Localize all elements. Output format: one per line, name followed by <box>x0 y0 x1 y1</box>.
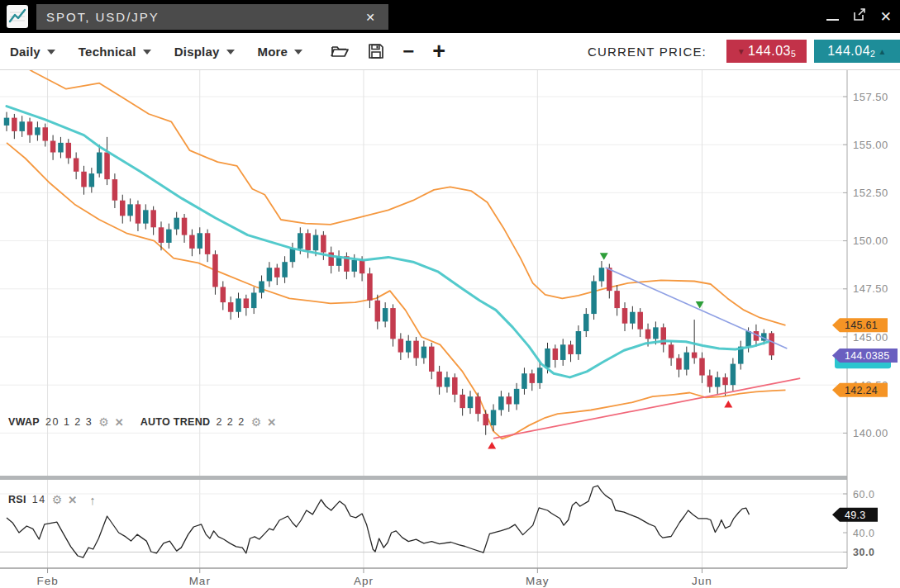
candle <box>251 292 257 308</box>
candle <box>530 373 536 383</box>
candle <box>537 368 543 383</box>
candle <box>475 396 481 414</box>
candle <box>189 235 195 249</box>
vwap-badge-text: 144.0385 <box>845 350 890 362</box>
candle <box>653 327 659 339</box>
candle <box>445 377 450 387</box>
bollinger-lower-line <box>7 143 786 439</box>
candle <box>583 314 589 331</box>
candle <box>282 262 288 277</box>
vwap-params: 20 1 2 3 <box>45 416 93 428</box>
candle <box>290 249 296 262</box>
candle <box>244 298 250 308</box>
timeframe-dropdown[interactable]: Daily <box>10 45 55 59</box>
candle <box>545 349 550 368</box>
candle <box>553 349 559 360</box>
candle <box>614 291 620 308</box>
candle <box>259 281 264 292</box>
candle <box>305 233 311 250</box>
buy-marker-icon <box>488 442 496 449</box>
candle <box>684 353 690 370</box>
candle <box>429 347 435 372</box>
y-axis-label: 140.00 <box>853 427 888 439</box>
candle <box>143 210 149 223</box>
window-close-icon[interactable]: ✕ <box>880 8 892 26</box>
technical-dropdown[interactable]: Technical <box>79 45 151 59</box>
candle <box>127 204 133 216</box>
chevron-down-icon <box>47 50 55 55</box>
candle <box>375 301 381 322</box>
candle <box>58 143 64 153</box>
candle <box>112 179 118 201</box>
pane-divider[interactable] <box>0 476 847 480</box>
y-axis-label: 145.00 <box>853 331 888 344</box>
rsi-remove-icon[interactable]: ✕ <box>68 494 77 506</box>
auto-trend-remove-icon[interactable]: ✕ <box>267 416 276 429</box>
sell-marker-icon <box>696 301 704 309</box>
toolbar: Daily Technical Display More − + CURRENT… <box>0 33 900 70</box>
display-dropdown[interactable]: Display <box>174 45 235 59</box>
candle <box>745 331 751 347</box>
candle <box>274 268 280 277</box>
candle <box>568 344 574 354</box>
candle <box>228 302 234 312</box>
tab-close-icon[interactable]: ✕ <box>362 11 379 24</box>
auto-trend-settings-gear-icon[interactable]: ⚙ <box>251 416 262 428</box>
vwap-remove-icon[interactable]: ✕ <box>115 416 124 429</box>
candle <box>89 173 95 187</box>
candle <box>221 287 226 302</box>
popout-icon[interactable] <box>852 7 867 26</box>
minimize-icon[interactable] <box>826 19 839 21</box>
chevron-down-icon <box>226 50 235 55</box>
candle <box>514 389 520 405</box>
auto-trend-label: AUTO TREND <box>140 416 211 428</box>
line-chart-icon <box>7 5 28 28</box>
candle <box>198 233 203 249</box>
buy-marker-icon <box>724 401 732 408</box>
candle <box>390 308 396 339</box>
rsi-axis-label: 60.0 <box>853 489 874 500</box>
x-axis-label: Jun <box>692 575 712 587</box>
save-icon[interactable] <box>368 43 384 59</box>
zoom-out-button[interactable]: − <box>402 43 414 59</box>
candle <box>182 218 188 235</box>
chevron-down-icon <box>294 50 302 55</box>
candle <box>298 233 303 249</box>
candle <box>722 377 728 385</box>
candle <box>35 127 40 135</box>
candle <box>560 344 566 360</box>
open-folder-icon[interactable] <box>331 43 350 59</box>
candle <box>692 353 698 358</box>
candle <box>236 298 241 311</box>
ask-price-badge: 144.04 2 ▲ <box>814 40 900 63</box>
candle <box>352 260 358 272</box>
bid-price-badge: ▼ 144.03 5 <box>726 40 807 63</box>
candle <box>267 268 273 281</box>
chart-tab[interactable]: SPOT, USD/JPY ✕ <box>36 4 388 30</box>
more-dropdown[interactable]: More <box>258 45 303 59</box>
price-chart-canvas[interactable]: 157.50155.00152.50150.00147.50145.00142.… <box>0 70 900 588</box>
candle <box>460 395 465 408</box>
x-axis-label: May <box>526 575 550 587</box>
x-axis-label: Mar <box>189 575 211 587</box>
y-axis-label: 147.50 <box>853 282 888 295</box>
tab-title: SPOT, USD/JPY <box>46 10 362 24</box>
candle <box>483 414 488 425</box>
candle <box>166 230 172 243</box>
x-axis-label: Apr <box>354 575 374 587</box>
candle <box>645 330 651 339</box>
candle <box>630 312 636 324</box>
zoom-in-button[interactable]: + <box>432 43 445 59</box>
rsi-params: 14 <box>32 494 46 505</box>
arrow-down-icon: ▼ <box>737 47 745 56</box>
rsi-collapse-arrow-icon[interactable]: ↑ <box>89 493 96 507</box>
candle <box>360 260 365 273</box>
candle <box>715 377 721 387</box>
candle <box>43 127 49 140</box>
candle <box>707 376 713 387</box>
candle <box>313 235 319 251</box>
rsi-settings-gear-icon[interactable]: ⚙ <box>52 494 63 505</box>
candle <box>150 210 156 227</box>
vwap-settings-gear-icon[interactable]: ⚙ <box>98 416 109 428</box>
candle <box>104 153 110 180</box>
